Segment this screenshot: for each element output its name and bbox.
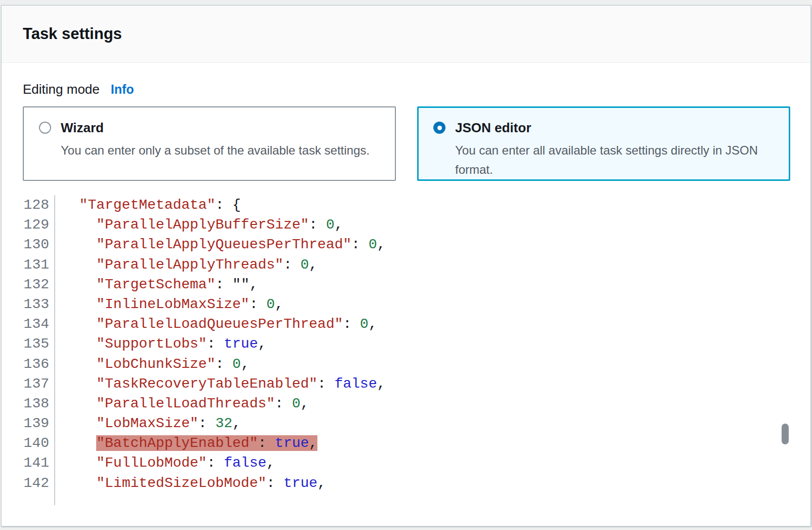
code-text: "TaskRecoveryTableEnabled": false, <box>49 374 386 394</box>
code-line[interactable]: 140 "BatchApplyEnabled": true, <box>23 433 790 453</box>
code-text: "ParallelLoadThreads": 0, <box>49 394 309 413</box>
line-number[interactable]: 137 <box>23 374 49 394</box>
code-text: "LimitedSizeLobMode": true, <box>49 473 326 493</box>
info-link[interactable]: Info <box>111 81 134 98</box>
option-label: Wizard <box>61 120 370 136</box>
line-number[interactable]: 141 <box>23 453 49 473</box>
code-text: "ParallelApplyBufferSize": 0, <box>49 215 343 235</box>
option-description: You can enter only a subset of the avail… <box>61 141 370 160</box>
scrollbar-thumb[interactable] <box>782 424 789 444</box>
line-number[interactable]: 138 <box>23 394 49 413</box>
line-number[interactable]: 134 <box>23 314 49 334</box>
panel-body: Editing mode Info Wizard You can enter o… <box>2 63 810 509</box>
line-number[interactable]: 142 <box>23 473 49 493</box>
json-code-editor[interactable]: 128 "TargetMetadata": {129 "ParallelAppl… <box>23 195 790 509</box>
editing-mode-label: Editing mode <box>23 81 100 98</box>
radio-selected-icon[interactable] <box>433 122 445 134</box>
line-number[interactable]: 140 <box>23 433 49 453</box>
option-text: JSON editor You can enter all available … <box>455 120 777 179</box>
line-number[interactable]: 139 <box>23 413 49 433</box>
code-line[interactable]: 141 "FullLobMode": false, <box>23 453 790 473</box>
line-number[interactable]: 136 <box>23 354 49 374</box>
code-line[interactable]: 142 "LimitedSizeLobMode": true, <box>23 473 790 493</box>
code-text: "InlineLobMaxSize": 0, <box>49 294 283 314</box>
code-text: "ParallelApplyQueuesPerThread": 0, <box>49 235 386 254</box>
option-tile-wizard[interactable]: Wizard You can enter only a subset of th… <box>23 106 396 181</box>
code-line[interactable]: 129 "ParallelApplyBufferSize": 0, <box>23 215 790 235</box>
line-number[interactable]: 133 <box>23 294 49 314</box>
option-label: JSON editor <box>455 120 777 136</box>
gutter-divider <box>54 195 55 505</box>
panel-title: Task settings <box>23 25 122 43</box>
editing-mode-row: Editing mode Info <box>23 81 790 98</box>
code-text: "ParallelLoadQueuesPerThread": 0, <box>49 314 377 334</box>
line-number[interactable]: 129 <box>23 215 49 235</box>
code-line[interactable]: 133 "InlineLobMaxSize": 0, <box>23 294 790 314</box>
option-text: Wizard You can enter only a subset of th… <box>61 120 370 160</box>
code-line[interactable]: 135 "SupportLobs": true, <box>23 334 790 354</box>
code-line[interactable]: 138 "ParallelLoadThreads": 0, <box>23 394 790 413</box>
code-line[interactable]: 134 "ParallelLoadQueuesPerThread": 0, <box>23 314 790 334</box>
code-line[interactable]: 137 "TaskRecoveryTableEnabled": false, <box>23 374 790 394</box>
line-number[interactable]: 128 <box>23 195 49 215</box>
panel-header: Task settings <box>2 6 810 63</box>
code-text: "TargetSchema": "", <box>49 275 258 294</box>
option-tile-json-editor[interactable]: JSON editor You can enter all available … <box>417 106 790 181</box>
code-line[interactable]: 136 "LobChunkSize": 0, <box>23 354 790 374</box>
code-text: "ParallelApplyThreads": 0, <box>49 255 317 275</box>
task-settings-panel: Task settings Editing mode Info Wizard Y… <box>1 5 811 526</box>
code-text: "FullLobMode": false, <box>49 453 275 473</box>
line-number[interactable]: 132 <box>23 275 49 294</box>
code-text: "BatchApplyEnabled": true, <box>49 433 317 453</box>
code-text: "LobChunkSize": 0, <box>49 354 250 374</box>
code-line[interactable]: 130 "ParallelApplyQueuesPerThread": 0, <box>23 235 790 254</box>
highlighted-match: "BatchApplyEnabled": true, <box>96 435 317 451</box>
code-line[interactable]: 132 "TargetSchema": "", <box>23 275 790 294</box>
code-text: "LobMaxSize": 32, <box>49 413 241 433</box>
line-number[interactable]: 131 <box>23 255 49 275</box>
option-description: You can enter all available task setting… <box>455 141 777 179</box>
code-line[interactable]: 128 "TargetMetadata": { <box>23 195 790 215</box>
radio-unselected-icon[interactable] <box>39 122 51 134</box>
code-line[interactable]: 139 "LobMaxSize": 32, <box>23 413 790 433</box>
editing-mode-options: Wizard You can enter only a subset of th… <box>23 106 790 181</box>
code-text: "SupportLobs": true, <box>49 334 266 354</box>
code-text: "TargetMetadata": { <box>49 195 241 215</box>
editor-rows: 128 "TargetMetadata": {129 "ParallelAppl… <box>23 195 790 493</box>
line-number[interactable]: 130 <box>23 235 49 254</box>
code-line[interactable]: 131 "ParallelApplyThreads": 0, <box>23 255 790 275</box>
line-number[interactable]: 135 <box>23 334 49 354</box>
